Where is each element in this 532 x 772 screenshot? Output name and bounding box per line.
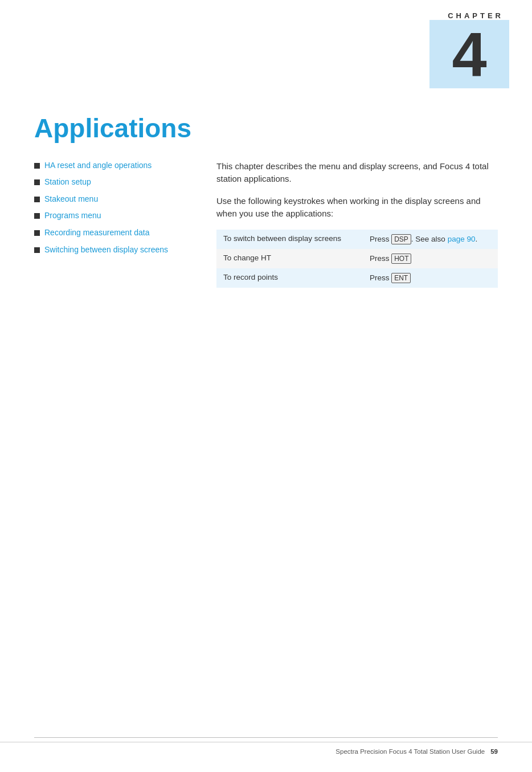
description-column: This chapter describes the menu and disp… [216,160,498,288]
description-paragraph-2: Use the following keystrokes when workin… [216,195,498,220]
toc-link-2[interactable]: Station setup [44,177,91,188]
chapter-number: 4 [452,23,486,85]
footer-page-number: 59 [490,748,498,755]
toc-bullet-3 [34,197,40,202]
toc-item-5: Recording measurement data [34,227,194,239]
footer-text: Spectra Precision Focus 4 Total Station … [335,748,485,755]
keystroke-table: To switch between display screens Press … [216,230,498,288]
toc-link-5[interactable]: Recording measurement data [44,227,149,239]
chapter-header: CHAPTER 4 [0,0,532,103]
toc-bullet-5 [34,230,40,236]
page-title: Applications [34,114,498,143]
toc-link-1[interactable]: HA reset and angle operations [44,160,152,171]
keystroke-action-2: To change HT [216,249,363,268]
toc-link-4[interactable]: Programs menu [44,210,101,222]
keystroke-action-1: To switch between display screens [216,230,363,249]
footer: Spectra Precision Focus 4 Total Station … [0,742,532,755]
chapter-number-box: 4 [429,20,509,88]
keystroke-instruction-1: Press DSP. See also page 90. [363,230,498,249]
two-column-layout: HA reset and angle operations Station se… [34,160,498,288]
toc-item-2: Station setup [34,177,194,188]
page-link-90[interactable]: page 90 [448,235,476,243]
toc-link-3[interactable]: Stakeout menu [44,194,98,205]
keystroke-row-2: To change HT Press HOT [216,249,498,268]
keystroke-instruction-2: Press HOT [363,249,498,268]
toc-bullet-2 [34,179,40,185]
keystroke-row-1: To switch between display screens Press … [216,230,498,249]
keystroke-action-3: To record points [216,268,363,288]
key-hot: HOT [391,254,411,264]
key-dsp: DSP [391,234,411,244]
toc-bullet-6 [34,247,40,253]
key-ent: ENT [391,273,411,283]
main-content: Applications HA reset and angle operatio… [0,103,532,322]
toc-link-6[interactable]: Switching between display screens [44,244,168,256]
toc-item-4: Programs menu [34,210,194,222]
toc-column: HA reset and angle operations Station se… [34,160,194,262]
toc-bullet-4 [34,213,40,219]
description-paragraph-1: This chapter describes the menu and disp… [216,160,498,186]
toc-item-1: HA reset and angle operations [34,160,194,171]
toc-bullet-1 [34,163,40,169]
toc-item-3: Stakeout menu [34,194,194,205]
keystroke-row-3: To record points Press ENT [216,268,498,288]
toc-item-6: Switching between display screens [34,244,194,256]
footer-divider [34,737,498,738]
keystroke-instruction-3: Press ENT [363,268,498,288]
